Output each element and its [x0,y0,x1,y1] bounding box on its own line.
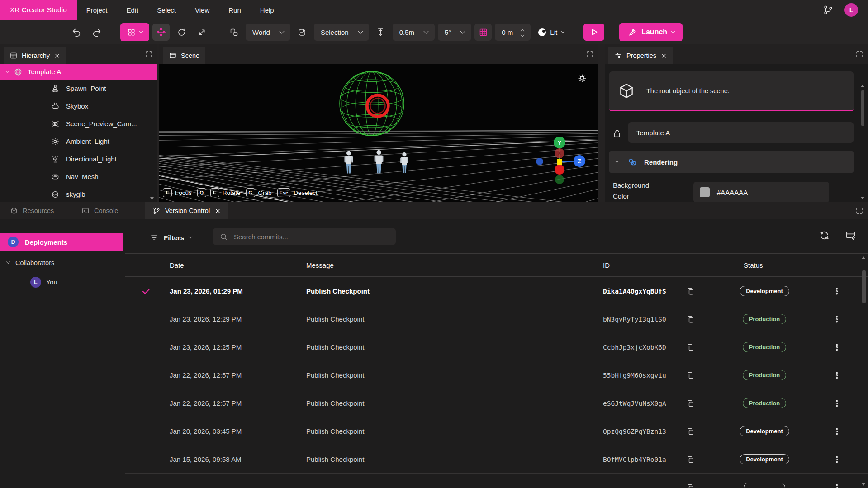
copy-id-button[interactable] [686,277,695,305]
commit-row[interactable]: Jan 22, 2026, 12:57 PM Publish Checkpoin… [125,361,868,389]
sidebar-item-collaborators[interactable]: Collaborators [7,259,54,266]
lock-button[interactable] [612,128,622,139]
commit-row[interactable]: Jan 20, 2026, 03:45 PM Publish Checkpoin… [125,417,868,445]
menu-item-view[interactable]: View [185,0,219,20]
scroll-down-indicator[interactable] [861,197,864,199]
refresh-button[interactable] [819,230,830,241]
check-icon [141,286,151,296]
background-color-picker[interactable]: #AAAAAA [693,182,829,202]
transform-gizmo[interactable]: X Y Z [521,133,598,189]
copy-id-button[interactable] [686,474,695,488]
chevron-down-icon[interactable] [5,69,9,72]
scene-viewport[interactable]: X Y Z F Focus Q E Rotate G Grab Esc Dese… [159,64,598,202]
tab-hierarchy[interactable]: Hierarchy [4,47,66,64]
row-menu-button[interactable] [830,305,843,333]
hierarchy-item-spawn-point[interactable]: Spawn_Point [0,80,157,97]
expand-panel-button[interactable] [145,50,153,58]
color-swatch[interactable] [700,187,710,197]
wireframe-sphere[interactable] [336,66,408,142]
menu-item-project[interactable]: Project [77,0,117,20]
launch-button[interactable]: Launch [619,23,683,41]
expand-panel-button[interactable] [586,50,594,58]
hierarchy-item-ambient-light[interactable]: Ambient_Light [0,133,157,150]
copy-id-button[interactable] [686,305,695,333]
pivot-mode-dropdown[interactable]: Selection [314,24,369,41]
hierarchy-item-skyglb[interactable]: skyglb [0,185,157,202]
scroll-up-indicator[interactable] [861,85,864,87]
avatar-figures[interactable] [339,146,416,179]
commit-row[interactable]: Jan 15, 2026, 09:58 AM Publish Checkpoin… [125,445,868,474]
tab-scene[interactable]: Scene [163,47,205,64]
close-icon[interactable] [214,208,221,214]
undo-button[interactable] [68,24,85,41]
commit-row[interactable]: Jan 23, 2026, 12:29 PM Publish Checkpoin… [125,305,868,333]
menu-item-edit[interactable]: Edit [117,0,147,20]
copy-id-button[interactable] [686,333,695,361]
transform-space-dropdown[interactable]: World [246,24,290,41]
filters-dropdown[interactable]: Filters [150,233,192,242]
redo-button[interactable] [88,24,105,41]
object-name-field[interactable]: Template A [628,122,854,143]
sidebar-item-deployments[interactable]: D Deployments [0,233,123,251]
move-snap-dropdown[interactable]: 0.5m [393,24,435,41]
rendering-section-header[interactable]: Rendering [609,151,854,173]
scrollbar-thumb[interactable] [861,90,864,126]
move-tool-button[interactable] [152,24,170,41]
menu-item-select[interactable]: Select [147,0,185,20]
copy-id-button[interactable] [686,445,695,473]
copy-id-button[interactable] [686,389,695,417]
commit-row-partial[interactable] [125,474,868,488]
grid-height-stepper[interactable]: 0 m [495,24,531,41]
scale-tool-button[interactable] [193,24,210,41]
row-menu-button[interactable] [830,417,843,445]
search-input[interactable] [233,232,378,241]
hierarchy-item-root[interactable]: Template A [0,64,157,80]
hierarchy-item-scene-preview-cam-[interactable]: Scene_Preview_Cam... [0,115,157,133]
menu-item-run[interactable]: Run [219,0,251,20]
tab-resources[interactable]: Resources [3,202,61,219]
scrollbar-thumb[interactable] [862,270,866,303]
snap-grid-button[interactable] [474,24,492,41]
hierarchy-item-directional-light[interactable]: Directional_Light [0,150,157,168]
frame-button[interactable] [294,24,311,41]
deploy-settings-button[interactable] [845,230,856,241]
scroll-down-indicator[interactable] [862,483,865,486]
pivot-button[interactable] [225,24,242,41]
close-icon[interactable] [54,52,61,59]
tab-properties[interactable]: Properties [608,47,673,64]
scroll-down-indicator[interactable] [150,197,154,200]
copy-id-button[interactable] [686,361,695,389]
sidebar-item-you[interactable]: L You [30,277,57,288]
commit-row[interactable]: Jan 22, 2026, 12:57 PM Publish Checkpoin… [125,389,868,417]
avatar[interactable]: L [844,3,858,17]
tab-console[interactable]: Console [74,202,125,219]
row-menu-button[interactable] [830,361,843,389]
figure-icon [344,151,353,174]
copy-id-button[interactable] [686,417,695,445]
play-button[interactable] [583,24,604,41]
scroll-up-indicator[interactable] [862,256,865,259]
expand-panel-button[interactable] [855,207,863,215]
commit-row[interactable]: Jan 23, 2026, 12:25 PM Publish Checkpoin… [125,333,868,361]
snap-move-button[interactable] [372,24,389,41]
expand-panel-button[interactable] [855,50,863,58]
chevron-up-icon[interactable] [521,29,524,33]
menu-item-help[interactable]: Help [251,0,284,20]
row-menu-button[interactable] [830,333,843,361]
row-menu-button[interactable] [830,474,843,488]
hierarchy-item-skybox[interactable]: Skybox [0,97,157,115]
rotate-snap-dropdown[interactable]: 5° [438,24,471,41]
select-tool-button[interactable] [120,23,149,41]
branch-icon[interactable] [823,5,834,15]
row-menu-button[interactable] [830,277,843,305]
hierarchy-item-nav-mesh[interactable]: Nav_Mesh [0,168,157,185]
row-menu-button[interactable] [830,445,843,473]
tab-version-control[interactable]: Version Control [145,202,228,219]
close-icon[interactable] [660,52,667,59]
rotate-tool-button[interactable] [173,24,190,41]
chevron-down-icon[interactable] [521,33,524,36]
commit-row[interactable]: Jan 23, 2026, 01:29 PM Publish Checkpoin… [125,277,868,305]
viewport-settings-button[interactable] [577,73,588,84]
shading-dropdown[interactable]: Lit [534,28,569,36]
row-menu-button[interactable] [830,389,843,417]
